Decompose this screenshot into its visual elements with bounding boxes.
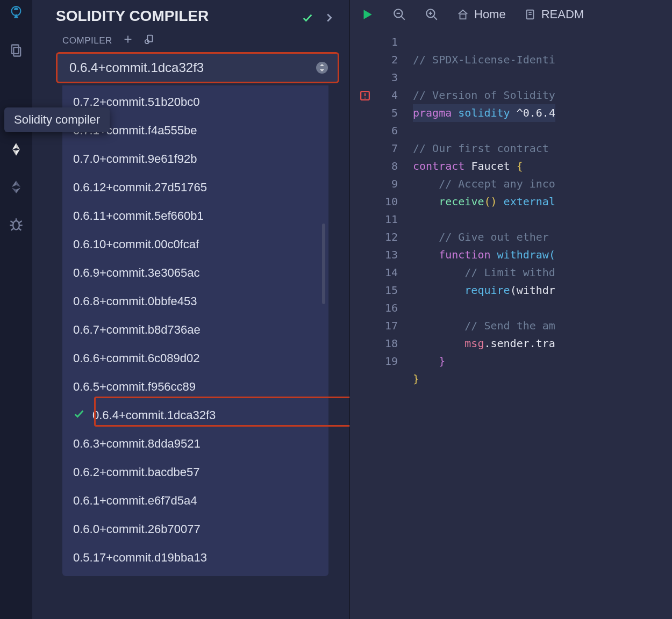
version-option-label: 0.7.0+commit.9e61f92b xyxy=(73,152,197,166)
line-number: 10 xyxy=(349,193,398,211)
code-area: 12345678910111213141516171819 // SPDX-Li… xyxy=(349,29,672,619)
editor-toolbar: Home READM xyxy=(349,0,672,29)
solidity-compiler-icon[interactable] xyxy=(6,140,26,159)
version-option-label: 0.6.0+commit.26b70077 xyxy=(73,522,201,536)
check-icon xyxy=(73,408,85,423)
version-option-label: 0.6.11+commit.5ef660b1 xyxy=(73,209,204,223)
debugger-icon[interactable] xyxy=(6,215,26,234)
version-option[interactable]: 0.6.1+commit.e6f7d5a4 xyxy=(62,486,328,515)
svg-marker-5 xyxy=(12,149,16,156)
logo-icon[interactable] xyxy=(6,3,26,23)
t: Faucet xyxy=(471,160,510,172)
error-icon[interactable] xyxy=(360,88,370,98)
line-number: 1 xyxy=(349,33,398,51)
svg-marker-9 xyxy=(12,188,16,193)
tab-readme-label: READM xyxy=(541,8,584,21)
line-number: 4 xyxy=(349,87,398,104)
zoom-out-icon[interactable] xyxy=(392,8,406,21)
t: } xyxy=(413,372,419,385)
tab-home[interactable]: Home xyxy=(457,8,506,21)
version-option-label: 0.6.6+commit.6c089d02 xyxy=(73,351,199,365)
svg-line-17 xyxy=(11,228,14,231)
version-option[interactable]: 0.7.0+commit.9e61f92b xyxy=(62,145,328,173)
check-icon[interactable] xyxy=(302,10,313,22)
version-option-label: 0.6.5+commit.f956cc89 xyxy=(73,380,196,394)
select-caret-icon xyxy=(316,62,328,74)
version-option[interactable]: 0.5.17+commit.d19bba13 xyxy=(62,543,328,572)
version-option[interactable]: 0.6.4+commit.1dca32f3 xyxy=(62,401,328,429)
file-explorer-icon[interactable] xyxy=(6,41,26,60)
version-option-label: 0.6.10+commit.00c0fcaf xyxy=(73,237,199,251)
version-option-label: 0.6.2+commit.bacdbe57 xyxy=(73,465,199,479)
version-option[interactable]: 0.6.6+commit.6c089d02 xyxy=(62,344,328,372)
t: receive xyxy=(439,195,484,208)
version-option[interactable]: 0.6.10+commit.00c0fcaf xyxy=(62,230,328,258)
t: { xyxy=(517,160,523,172)
version-option[interactable]: 0.6.2+commit.bacdbe57 xyxy=(62,458,328,486)
tab-home-label: Home xyxy=(474,8,506,21)
line-number: 6 xyxy=(349,122,398,140)
t: external xyxy=(504,195,555,208)
line-number: 14 xyxy=(349,264,398,282)
dropdown-scrollbar[interactable] xyxy=(322,224,325,304)
version-option-label: 0.6.4+commit.1dca32f3 xyxy=(92,408,216,422)
version-option[interactable]: 0.6.11+commit.5ef660b1 xyxy=(62,201,328,230)
panel-title-row: SOLIDITY COMPILER xyxy=(32,4,349,30)
compiler-version-dropdown: 0.7.2+commit.51b20bc00.7.1+commit.f4a555… xyxy=(62,85,328,576)
code-line: // Send the am xyxy=(464,319,555,332)
line-number: 16 xyxy=(349,299,398,317)
chevron-right-icon[interactable] xyxy=(323,10,335,22)
version-option[interactable]: 0.6.7+commit.b8d736ae xyxy=(62,315,328,344)
svg-marker-23 xyxy=(364,10,372,19)
tab-readme[interactable]: READM xyxy=(524,8,584,21)
line-number: 19 xyxy=(349,352,398,370)
version-option[interactable]: 0.6.8+commit.0bbfe453 xyxy=(62,287,328,315)
version-option[interactable]: 0.6.0+commit.26b70077 xyxy=(62,515,328,543)
line-number: 17 xyxy=(349,317,398,335)
compiler-tab-row: COMPILER xyxy=(32,30,349,52)
line-number: 2 xyxy=(349,51,398,69)
code-line: // Our first contract xyxy=(413,142,555,155)
run-icon[interactable] xyxy=(360,8,374,21)
t: msg xyxy=(464,337,484,350)
editor-area: Home READM 12345678910111213141516171819… xyxy=(349,0,672,619)
code-body[interactable]: // SPDX-License-Identi // Version of Sol… xyxy=(408,29,555,619)
line-number: 3 xyxy=(349,69,398,87)
svg-point-11 xyxy=(13,221,19,229)
line-number: 8 xyxy=(349,157,398,175)
svg-rect-31 xyxy=(460,14,466,19)
svg-rect-1 xyxy=(12,45,19,54)
svg-line-25 xyxy=(401,16,405,20)
line-number: 12 xyxy=(349,228,398,246)
version-option-label: 0.6.1+commit.e6f7d5a4 xyxy=(73,494,197,508)
t: () xyxy=(484,195,497,208)
line-number: 13 xyxy=(349,246,398,264)
line-number: 11 xyxy=(349,211,398,228)
svg-line-28 xyxy=(433,16,437,20)
svg-line-13 xyxy=(11,221,13,223)
svg-marker-6 xyxy=(16,149,20,156)
zoom-in-icon[interactable] xyxy=(425,8,439,21)
compiler-version-select[interactable]: 0.6.4+commit.1dca32f3 xyxy=(56,52,339,83)
version-option-label: 0.6.8+commit.0bbfe453 xyxy=(73,294,197,308)
line-gutter: 12345678910111213141516171819 xyxy=(349,29,408,619)
code-line: // Limit withd xyxy=(464,266,555,279)
version-option[interactable]: 0.6.3+commit.8dda9521 xyxy=(62,429,328,458)
t: } xyxy=(439,355,445,368)
version-option[interactable]: 0.6.5+commit.f956cc89 xyxy=(62,372,328,401)
svg-line-14 xyxy=(19,221,22,223)
svg-marker-8 xyxy=(16,181,20,187)
version-option[interactable]: 0.6.9+commit.3e3065ac xyxy=(62,258,328,287)
tooltip-solidity-compiler: Solidity compiler xyxy=(4,107,110,132)
t: pragma xyxy=(413,106,452,119)
t: contract xyxy=(413,160,464,172)
version-option[interactable]: 0.6.12+commit.27d51765 xyxy=(62,173,328,201)
version-option-label: 0.6.9+commit.3e3065ac xyxy=(73,266,199,280)
line-number: 7 xyxy=(349,140,398,157)
compiler-tab-label[interactable]: COMPILER xyxy=(62,35,112,46)
svg-marker-3 xyxy=(12,143,16,149)
deploy-run-icon[interactable] xyxy=(6,177,26,197)
svg-marker-10 xyxy=(16,188,20,193)
plus-icon[interactable] xyxy=(122,33,134,48)
link-file-icon[interactable] xyxy=(144,33,155,48)
